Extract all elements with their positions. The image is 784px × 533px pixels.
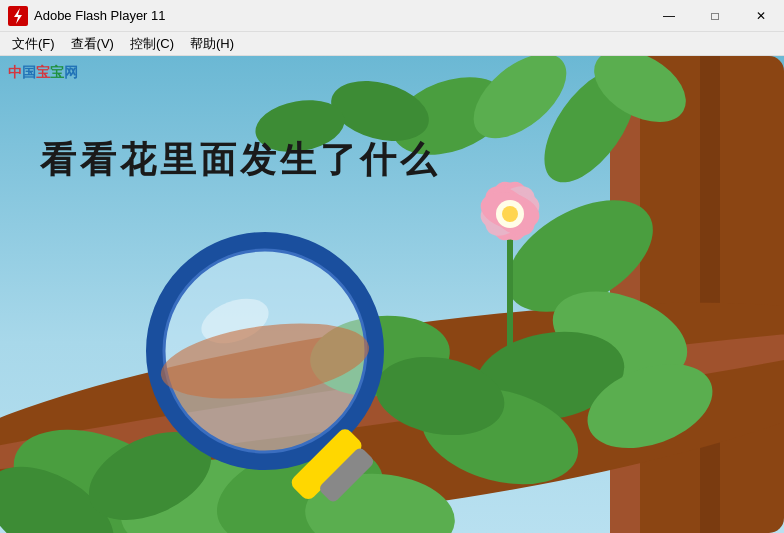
svg-point-34 [502,206,518,222]
menu-bar: 文件(F) 查看(V) 控制(C) 帮助(H) [0,32,784,56]
titlebar-left: Adobe Flash Player 11 [8,6,166,26]
svg-rect-4 [700,56,720,533]
scene-svg [0,56,784,533]
maximize-button[interactable]: □ [692,0,738,32]
flash-content[interactable]: 中国宝宝网 看看花里面发生了什么 [0,56,784,533]
watermark-text: 中 [8,64,22,80]
window-controls[interactable]: — □ ✕ [646,0,784,32]
menu-file[interactable]: 文件(F) [4,33,63,55]
main-title: 看看花里面发生了什么 [40,136,440,185]
close-button[interactable]: ✕ [738,0,784,32]
title-bar: Adobe Flash Player 11 — □ ✕ [0,0,784,32]
window-title: Adobe Flash Player 11 [34,8,166,23]
menu-view[interactable]: 查看(V) [63,33,122,55]
menu-help[interactable]: 帮助(H) [182,33,242,55]
watermark: 中国宝宝网 [8,64,78,82]
flash-icon [8,6,28,26]
menu-control[interactable]: 控制(C) [122,33,182,55]
minimize-button[interactable]: — [646,0,692,32]
